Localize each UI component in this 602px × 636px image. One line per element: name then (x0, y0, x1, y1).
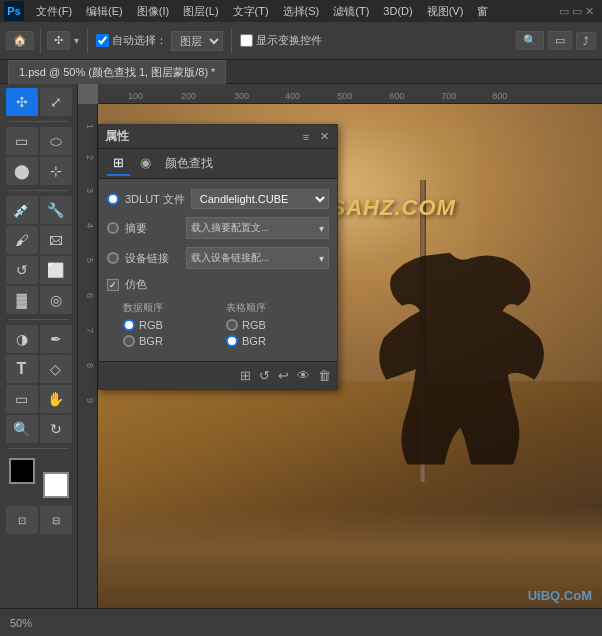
crop-tool[interactable]: ⊹ (40, 157, 72, 185)
layer-select[interactable]: 图层 (171, 31, 223, 51)
table-bgr-radio[interactable] (226, 335, 238, 347)
quick-select-tool[interactable]: ⬤ (6, 157, 38, 185)
ruler-v-1: 1 (85, 124, 95, 129)
dither-bgr-radio[interactable] (123, 335, 135, 347)
panel-tab-circle[interactable]: ◉ (134, 151, 157, 176)
fg-color[interactable] (9, 458, 35, 484)
bottom-watermark: UiBQ.CoM (528, 588, 592, 603)
bg-color[interactable] (43, 472, 69, 498)
dither-bgr-label: BGR (139, 335, 163, 347)
artboard-tool[interactable]: ⤢ (40, 88, 72, 116)
panel-close-btn[interactable]: ✕ (317, 130, 331, 144)
table-rgb-radio[interactable] (226, 319, 238, 331)
text-tool[interactable]: T (6, 355, 38, 383)
healing-tool[interactable]: 🔧 (40, 196, 72, 224)
device-link-radio[interactable] (107, 252, 119, 264)
panel-title: 属性 (105, 128, 129, 145)
panel-titlebar: 属性 ≡ ✕ (99, 125, 337, 149)
ruler-horizontal: 100 200 300 400 500 600 700 800 (98, 84, 602, 104)
move-tool[interactable]: ✣ (6, 88, 38, 116)
3dlut-label: 3DLUT 文件 (125, 192, 185, 207)
auto-select-checkbox[interactable]: 自动选择： (96, 33, 167, 48)
rotate-tool[interactable]: ↻ (40, 415, 72, 443)
device-link-row: 设备链接 载入设备链接配... ▾ (107, 247, 329, 269)
search-btn[interactable]: 🔍 (516, 31, 544, 50)
abstract-radio[interactable] (107, 222, 119, 234)
ruler-vertical: 1 2 3 4 5 6 7 8 9 (78, 104, 98, 608)
home-btn[interactable]: 🏠 (6, 31, 34, 50)
tool-separator-3 (9, 319, 69, 320)
dither-rgb-label: RGB (139, 319, 163, 331)
menu-view[interactable]: 视图(V) (421, 2, 470, 21)
table-rgb-item: RGB (226, 319, 329, 331)
properties-panel: 属性 ≡ ✕ ⊞ ◉ 颜色查找 3DLUT 文件 Candlelight.CUB… (98, 124, 338, 390)
panel-content: 3DLUT 文件 Candlelight.CUBE 摘要 载入摘要配置文... … (99, 179, 337, 361)
3dlut-radio[interactable] (107, 193, 119, 205)
menu-layer[interactable]: 图层(L) (177, 2, 224, 21)
table-rgb-label: RGB (242, 319, 266, 331)
menu-select[interactable]: 选择(S) (277, 2, 326, 21)
table-bgr-label: BGR (242, 335, 266, 347)
quick-mask-btn[interactable]: ⊡ (6, 506, 38, 534)
device-link-btn[interactable]: 载入设备链接配... ▾ (186, 247, 329, 269)
panel-menu-btn[interactable]: ≡ (299, 130, 313, 144)
panel-tab-grid[interactable]: ⊞ (107, 151, 130, 176)
ruler-v-6: 6 (85, 293, 95, 298)
history-tool[interactable]: ↺ (6, 256, 38, 284)
panel-footer-eye-icon[interactable]: 👁 (297, 368, 310, 383)
share-btn[interactable]: ⤴ (576, 32, 596, 50)
panel-footer-trash-icon[interactable]: 🗑 (318, 368, 331, 383)
dither-order-label: 数据顺序 (123, 302, 163, 313)
ruler-h-700: 700 (441, 91, 456, 101)
ruler-h-600: 600 (389, 91, 404, 101)
stamp-tool[interactable]: 🖂 (40, 226, 72, 254)
dither-rgb-radio[interactable] (123, 319, 135, 331)
lasso-tool[interactable]: ⬭ (40, 127, 72, 155)
ruler-v-7: 7 (85, 328, 95, 333)
simulate-checkbox[interactable] (107, 279, 119, 291)
menu-filter[interactable]: 滤镜(T) (327, 2, 375, 21)
hand-tool[interactable]: ✋ (40, 385, 72, 413)
ruler-v-2: 2 (85, 155, 95, 160)
menu-edit[interactable]: 编辑(E) (80, 2, 129, 21)
brush-tool[interactable]: 🖌 (6, 226, 38, 254)
dither-bgr-item: BGR (123, 335, 226, 347)
menu-text[interactable]: 文字(T) (227, 2, 275, 21)
move-tool-btn[interactable]: ✣ (47, 31, 70, 50)
toolbar: 🏠 ✣ ▾ 自动选择： 图层 显示变换控件 🔍 ▭ ⤴ (0, 22, 602, 60)
ruler-h-100: 100 (128, 91, 143, 101)
color-swatches[interactable] (9, 458, 69, 498)
pen-tool[interactable]: ✒ (40, 325, 72, 353)
eraser-tool[interactable]: ⬜ (40, 256, 72, 284)
menu-file[interactable]: 文件(F) (30, 2, 78, 21)
marquee-tool[interactable]: ▭ (6, 127, 38, 155)
show-transform-checkbox[interactable]: 显示变换控件 (240, 33, 322, 48)
dither-rgb-item: RGB (123, 319, 226, 331)
ps-logo: Ps (4, 1, 24, 21)
zoom-tool[interactable]: 🔍 (6, 415, 38, 443)
blur-tool[interactable]: ◎ (40, 286, 72, 314)
ruler-v-9: 9 (85, 398, 95, 403)
gradient-tool[interactable]: ▓ (6, 286, 38, 314)
statusbar: 50% (0, 608, 602, 636)
eyedropper-tool[interactable]: 💉 (6, 196, 38, 224)
abstract-btn[interactable]: 载入摘要配置文... ▾ (186, 217, 329, 239)
menu-3d[interactable]: 3D(D) (377, 3, 418, 19)
view-btn[interactable]: ▭ (548, 31, 572, 50)
3dlut-select[interactable]: Candlelight.CUBE (191, 189, 329, 209)
shape-tool[interactable]: ▭ (6, 385, 38, 413)
panel-footer-refresh-icon[interactable]: ↺ (259, 368, 270, 383)
menu-window[interactable]: 窗 (471, 2, 494, 21)
ruler-h-800: 800 (492, 91, 507, 101)
screen-mode-btn[interactable]: ⊟ (40, 506, 72, 534)
path-tool[interactable]: ◇ (40, 355, 72, 383)
panel-tabs: ⊞ ◉ 颜色查找 (99, 149, 337, 179)
menu-image[interactable]: 图像(I) (131, 2, 175, 21)
dodge-tool[interactable]: ◑ (6, 325, 38, 353)
tool-separator-1 (9, 121, 69, 122)
panel-footer-undo-icon[interactable]: ↩ (278, 368, 289, 383)
panel-footer-grid-icon[interactable]: ⊞ (240, 368, 251, 383)
file-tab[interactable]: 1.psd @ 50% (颜色查找 1, 图层蒙版/8) * (8, 60, 226, 84)
ruler-v-3: 3 (85, 188, 95, 193)
panel-tab-label: 颜色查找 (165, 155, 213, 172)
